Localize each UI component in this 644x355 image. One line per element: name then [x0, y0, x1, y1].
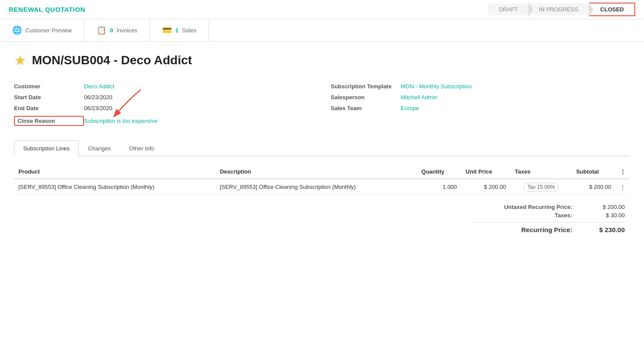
value-start-date: 06/23/2020	[84, 94, 112, 101]
summary-taxes: Taxes: $ 30.00	[485, 212, 625, 219]
tab-subscription-lines[interactable]: Subscription Lines	[14, 140, 79, 156]
cell-product: [SERV_89553] Office Cleaning Subscriptio…	[14, 179, 216, 195]
record-title-row: ★ MON/SUB004 - Deco Addict	[14, 52, 630, 69]
invoices-count: 0	[110, 27, 113, 34]
cell-taxes: Tax 15.00%	[510, 179, 571, 195]
subscription-lines-table: Product Description Quantity Unit Price …	[14, 165, 630, 195]
tax-badge: Tax 15.00%	[523, 183, 559, 191]
value-salesperson[interactable]: Mitchell Admin	[401, 94, 438, 101]
value-customer[interactable]: Deco Addict	[84, 83, 114, 90]
untaxed-label: Untaxed Recurring Price:	[485, 204, 572, 210]
summary-untaxed: Untaxed Recurring Price: $ 200.00	[485, 204, 625, 210]
value-subscription-template[interactable]: MON - Monthly Subscription	[401, 83, 472, 90]
untaxed-value: $ 200.00	[590, 204, 625, 210]
value-sales-team[interactable]: Europe	[401, 105, 419, 111]
label-close-reason: Close Reason	[14, 116, 84, 126]
sales-icon: 💳	[162, 25, 172, 35]
value-end-date: 06/23/2020	[84, 105, 112, 111]
main-content: ★ MON/SUB004 - Deco Addict Customer Deco…	[0, 42, 644, 244]
col-header-menu: ⋮	[616, 165, 630, 179]
row-menu-btn[interactable]: ⋮	[616, 179, 630, 195]
label-end-date: End Date	[14, 105, 84, 111]
form-row-end-date: End Date 06/23/2020	[14, 103, 313, 114]
sales-count: 1	[175, 27, 178, 34]
label-sales-team: Sales Team	[331, 105, 401, 111]
globe-icon: 🌐	[12, 25, 22, 35]
top-bar: RENEWAL QUOTATION DRAFT IN PROGRESS CLOS…	[0, 0, 644, 19]
cell-quantity: 1.000	[417, 179, 461, 195]
form-row-customer: Customer Deco Addict	[14, 81, 313, 92]
summary-total: Recurring Price: $ 230.00	[485, 226, 625, 233]
cell-description: [SERV_89553] Office Cleaning Subscriptio…	[216, 179, 417, 195]
status-closed[interactable]: CLOSED	[589, 3, 635, 16]
label-start-date: Start Date	[14, 94, 84, 101]
col-header-subtotal: Subtotal	[572, 165, 616, 179]
tabs: Subscription Lines Changes Other Info	[14, 140, 630, 156]
favorite-star-icon[interactable]: ★	[14, 52, 27, 69]
tab-changes[interactable]: Changes	[79, 140, 120, 156]
form-left: Customer Deco Addict Start Date 06/23/20…	[14, 81, 313, 128]
customer-preview-btn[interactable]: 🌐 Customer Preview	[0, 19, 84, 41]
status-draft[interactable]: DRAFT	[488, 3, 528, 15]
label-customer: Customer	[14, 83, 84, 90]
form-row-start-date: Start Date 06/23/2020	[14, 92, 313, 103]
form-section: Customer Deco Addict Start Date 06/23/20…	[14, 81, 630, 128]
cell-unit-price: $ 200.00	[461, 179, 510, 195]
col-header-quantity: Quantity	[417, 165, 461, 179]
table-row: [SERV_89553] Office Cleaning Subscriptio…	[14, 179, 630, 195]
taxes-value: $ 30.00	[590, 212, 625, 219]
cell-subtotal: $ 200.00	[572, 179, 616, 195]
invoices-btn[interactable]: 📋 0 Invoices	[84, 19, 150, 41]
col-header-taxes: Taxes	[510, 165, 571, 179]
invoices-label: Invoices	[116, 27, 137, 34]
col-header-description: Description	[216, 165, 417, 179]
summary-section: Untaxed Recurring Price: $ 200.00 Taxes:…	[14, 204, 630, 233]
label-salesperson: Salesperson	[331, 94, 401, 101]
invoice-icon: 📋	[97, 25, 106, 35]
form-right: Subscription Template MON - Monthly Subs…	[331, 81, 630, 128]
sales-btn[interactable]: 💳 1 Sales	[150, 19, 209, 41]
record-title: MON/SUB004 - Deco Addict	[32, 53, 192, 67]
form-row-sales-team: Sales Team Europe	[331, 103, 630, 114]
form-row-salesperson: Salesperson Mitchell Admin	[331, 92, 630, 103]
col-header-unit-price: Unit Price	[461, 165, 510, 179]
label-subscription-template: Subscription Template	[331, 83, 401, 90]
taxes-label: Taxes:	[485, 212, 572, 219]
action-bar: 🌐 Customer Preview 📋 0 Invoices 💳 1 Sale…	[0, 19, 644, 42]
tab-other-info[interactable]: Other Info	[120, 140, 164, 156]
status-pipeline: DRAFT IN PROGRESS CLOSED	[488, 3, 635, 16]
customer-preview-label: Customer Preview	[25, 27, 72, 34]
status-in-progress[interactable]: IN PROGRESS	[529, 3, 589, 15]
app-title: RENEWAL QUOTATION	[9, 6, 85, 13]
total-value: $ 230.00	[590, 226, 625, 233]
form-row-close-reason: Close Reason Subscription is too expensi…	[14, 114, 313, 128]
form-row-subscription-template: Subscription Template MON - Monthly Subs…	[331, 81, 630, 92]
total-label: Recurring Price:	[485, 226, 572, 233]
summary-divider	[472, 222, 625, 223]
value-close-reason[interactable]: Subscription is too expensive	[84, 118, 157, 124]
col-header-product: Product	[14, 165, 216, 179]
sales-label: Sales	[182, 27, 196, 34]
